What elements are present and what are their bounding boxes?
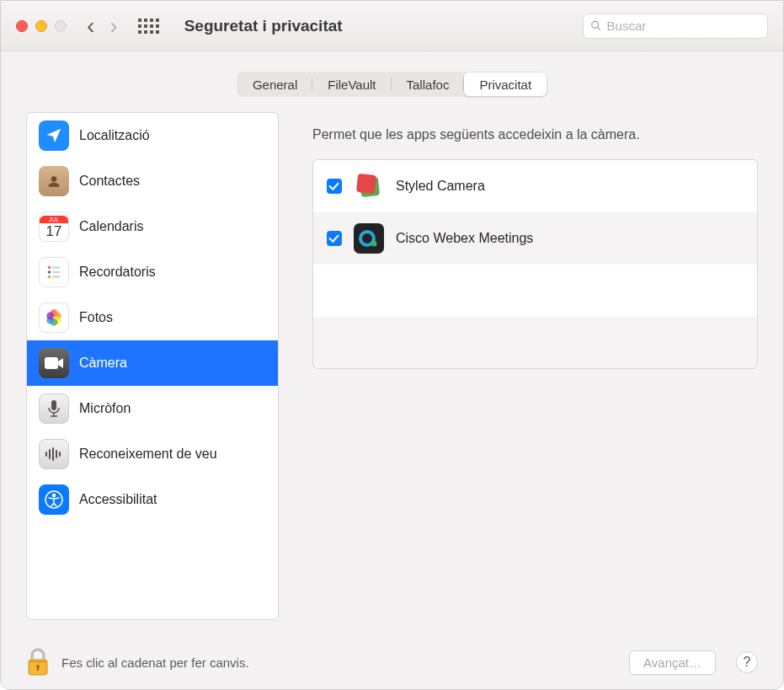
close-window-button[interactable]: [16, 20, 28, 32]
search-field[interactable]: [583, 13, 768, 39]
svg-point-5: [48, 275, 51, 279]
webex-icon: [354, 223, 384, 254]
calendar-icon: JUL 17: [39, 211, 69, 242]
panes: Localització Contactes JUL 17 Calendaris: [26, 112, 758, 620]
camera-icon: [39, 348, 69, 378]
sidebar-item-label: Fotos: [79, 310, 113, 325]
svg-point-2: [51, 176, 57, 182]
sidebar-item-accessibility[interactable]: Accessibilitat: [27, 477, 278, 522]
sidebar-item-label: Contactes: [79, 174, 140, 189]
svg-rect-6: [52, 267, 60, 269]
speech-icon: [39, 439, 69, 469]
checkbox-webex[interactable]: [327, 231, 342, 246]
lock-text: Fes clic al cadenat per fer canvis.: [61, 655, 249, 670]
traffic-lights: [16, 20, 67, 32]
show-all-icon[interactable]: [138, 19, 159, 34]
sidebar-item-location[interactable]: Localització: [27, 113, 278, 158]
titlebar: ‹ › Seguretat i privacitat: [1, 1, 783, 51]
sidebar-item-label: Localització: [79, 128, 150, 143]
sidebar-item-calendars[interactable]: JUL 17 Calendaris: [27, 204, 278, 249]
sidebar-item-label: Recordatoris: [79, 265, 156, 280]
app-name: Cisco Webex Meetings: [396, 231, 533, 246]
sidebar-item-label: Càmera: [79, 356, 127, 371]
reminders-icon: [39, 257, 69, 287]
app-access-list: Styled Camera Cisco Webex Meetings: [312, 159, 758, 369]
tabbar: General FileVault Tallafoc Privacitat: [26, 72, 758, 97]
sidebar-item-photos[interactable]: Fotos: [27, 295, 278, 340]
forward-button: ›: [109, 14, 117, 38]
footer: Fes clic al cadenat per fer canvis. Avan…: [1, 635, 783, 689]
svg-point-14: [46, 313, 54, 320]
window-title: Seguretat i privacitat: [184, 17, 343, 35]
svg-rect-16: [51, 400, 56, 410]
sidebar-item-label: Calendaris: [79, 219, 143, 234]
app-row: Styled Camera: [313, 160, 757, 212]
checkbox-styled-camera[interactable]: [327, 179, 342, 194]
svg-rect-8: [52, 276, 60, 278]
photos-icon: [39, 302, 69, 333]
nav-arrows: ‹ ›: [87, 14, 118, 38]
sidebar-item-label: Accessibilitat: [79, 492, 157, 507]
minimize-window-button[interactable]: [35, 20, 47, 32]
sidebar-item-label: Micròfon: [79, 401, 131, 416]
tab-privacy[interactable]: Privacitat: [464, 72, 547, 96]
app-row: Cisco Webex Meetings: [313, 212, 757, 265]
svg-point-25: [53, 495, 56, 497]
styled-camera-icon: [354, 171, 384, 201]
svg-rect-15: [45, 357, 58, 369]
svg-point-27: [371, 241, 377, 247]
svg-point-0: [592, 21, 599, 28]
lock-icon[interactable]: [26, 648, 50, 677]
sidebar-item-reminders[interactable]: Recordatoris: [27, 249, 278, 295]
advanced-button[interactable]: Avançat…: [629, 650, 716, 675]
empty-row: [313, 317, 757, 369]
sidebar-item-speech[interactable]: Reconeixement de veu: [27, 431, 278, 477]
zoom-window-button: [55, 20, 67, 32]
svg-rect-31: [37, 666, 39, 671]
tab-general[interactable]: General: [237, 72, 312, 96]
svg-point-4: [48, 270, 51, 274]
svg-point-3: [48, 266, 51, 270]
tab-firewall[interactable]: Tallafoc: [392, 72, 465, 96]
microphone-icon: [39, 393, 69, 424]
app-name: Styled Camera: [396, 179, 485, 194]
svg-rect-29: [29, 660, 47, 663]
preferences-window: ‹ › Seguretat i privacitat General FileV…: [0, 0, 784, 690]
contacts-icon: [39, 166, 69, 196]
detail-pane: Permet que les apps següents accedeixin …: [292, 112, 758, 620]
detail-description: Permet que les apps següents accedeixin …: [312, 127, 758, 142]
back-button[interactable]: ‹: [87, 14, 94, 38]
sidebar-item-microphone[interactable]: Micròfon: [27, 386, 278, 431]
accessibility-icon: [39, 484, 69, 515]
sidebar-item-contacts[interactable]: Contactes: [27, 158, 278, 204]
content-area: General FileVault Tallafoc Privacitat Lo…: [1, 51, 783, 635]
svg-line-1: [597, 27, 600, 29]
sidebar-item-label: Reconeixement de veu: [79, 447, 217, 462]
search-icon: [590, 19, 602, 32]
empty-row: [313, 265, 757, 317]
help-button[interactable]: ?: [736, 651, 758, 673]
sidebar-item-camera[interactable]: Càmera: [27, 340, 278, 386]
tab-filevault[interactable]: FileVault: [312, 72, 391, 96]
location-arrow-icon: [39, 120, 69, 151]
svg-rect-7: [52, 271, 60, 273]
search-input[interactable]: [607, 19, 760, 33]
privacy-sidebar: Localització Contactes JUL 17 Calendaris: [26, 112, 279, 620]
